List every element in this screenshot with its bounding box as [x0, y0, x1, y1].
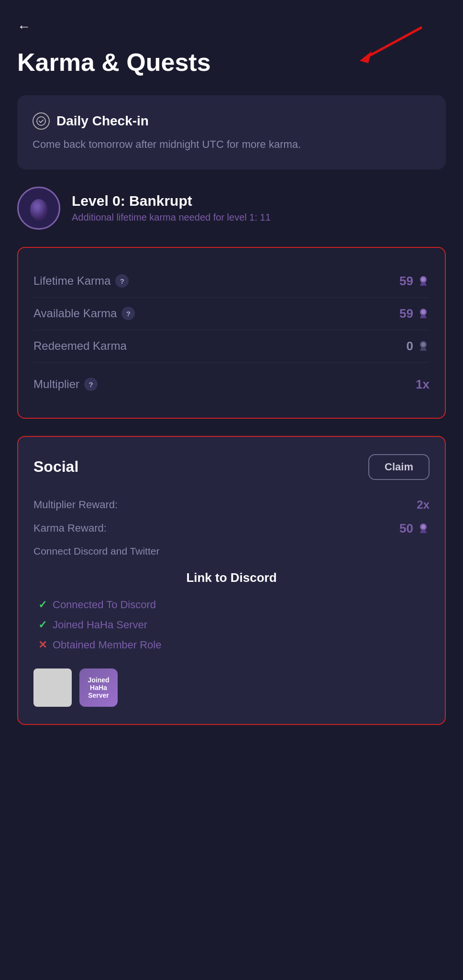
joined-button[interactable]: Joined HaHa Server: [79, 668, 118, 707]
available-karma-row: Available Karma ? 59: [33, 298, 430, 330]
checkin-title: Daily Check-in: [56, 113, 149, 129]
level-row: Level 0: Bankrupt Additional lifetime ka…: [17, 187, 446, 230]
claim-button[interactable]: Claim: [368, 454, 430, 480]
check-success-icon-0: ✓: [38, 599, 47, 611]
redeemed-karma-row: Redeemed Karma 0: [33, 330, 430, 363]
multiplier-reward-row: Multiplier Reward: 2x: [33, 493, 430, 516]
svg-point-5: [33, 202, 38, 209]
social-card: Social Claim Multiplier Reward: 2x Karma…: [17, 436, 446, 725]
daily-checkin-card: Daily Check-in Come back tomorrow after …: [17, 95, 446, 169]
checklist-label-1: Joined HaHa Server: [53, 619, 147, 631]
thumbnail-row: Joined HaHa Server: [33, 668, 430, 707]
karma-reward-row: Karma Reward: 50: [33, 516, 430, 541]
lifetime-karma-row: Lifetime Karma ? 59: [33, 265, 430, 298]
multiplier-reward-label: Multiplier Reward:: [33, 499, 118, 511]
svg-point-4: [30, 199, 47, 220]
svg-point-9: [421, 310, 425, 314]
lifetime-karma-label: Lifetime Karma ?: [33, 274, 129, 288]
checkin-description: Come back tomorrow after midnight UTC fo…: [33, 137, 430, 152]
multiplier-label: Multiplier ?: [33, 378, 98, 391]
thumbnail-image: [33, 668, 72, 707]
lifetime-karma-value: 59: [399, 274, 430, 289]
karma-reward-label: Karma Reward:: [33, 522, 107, 535]
checkin-check-icon: [33, 112, 50, 130]
multiplier-row: Multiplier ? 1x: [33, 363, 430, 401]
svg-point-2: [37, 117, 45, 125]
checklist-item-1: ✓ Joined HaHa Server: [38, 615, 430, 635]
back-arrow-icon: ←: [17, 19, 31, 34]
multiplier-reward-value: 2x: [417, 498, 430, 512]
social-header: Social Claim: [33, 454, 430, 480]
svg-point-7: [421, 278, 425, 281]
checklist-label-0: Connected To Discord: [53, 599, 156, 611]
redeemed-karma-label: Redeemed Karma: [33, 339, 127, 353]
page-container: ← Karma & Quests Daily Check-in Come bac…: [0, 0, 463, 980]
svg-marker-1: [360, 51, 372, 63]
karma-stats-card: Lifetime Karma ? 59 Available Karma ?: [17, 247, 446, 419]
red-arrow-icon: [350, 22, 427, 66]
page-title: Karma & Quests: [17, 49, 211, 76]
svg-point-13: [421, 525, 425, 529]
svg-point-11: [421, 343, 425, 346]
available-help-icon[interactable]: ?: [121, 307, 135, 320]
available-karma-label: Available Karma ?: [33, 307, 135, 320]
available-karma-value: 59: [399, 306, 430, 321]
check-error-icon-2: ✕: [38, 639, 47, 651]
social-title: Social: [33, 458, 78, 476]
checklist-item-2: ✕ Obtained Member Role: [38, 635, 430, 655]
multiplier-help-icon[interactable]: ?: [84, 378, 98, 391]
level-title: Level 0: Bankrupt: [72, 193, 271, 209]
redeemed-karma-value: 0: [407, 339, 430, 354]
level-desc: Additional lifetime karma needed for lev…: [72, 212, 271, 223]
karma-reward-value: 50: [399, 521, 430, 536]
level-avatar: [17, 187, 60, 230]
connect-desc: Connect Discord and Twitter: [33, 546, 430, 557]
svg-line-0: [364, 27, 422, 58]
page-title-row: Karma & Quests: [17, 49, 446, 76]
discord-section-title: Link to Discord: [33, 570, 430, 585]
multiplier-value: 1x: [416, 377, 430, 392]
lifetime-help-icon[interactable]: ?: [115, 274, 129, 288]
checklist-item-0: ✓ Connected To Discord: [38, 595, 430, 615]
check-success-icon-1: ✓: [38, 619, 47, 631]
checkin-header: Daily Check-in: [33, 112, 430, 130]
checklist-label-2: Obtained Member Role: [53, 639, 161, 651]
discord-checklist: ✓ Connected To Discord ✓ Joined HaHa Ser…: [33, 595, 430, 655]
joined-label: Joined HaHa Server: [83, 676, 114, 699]
level-info: Level 0: Bankrupt Additional lifetime ka…: [72, 193, 271, 223]
